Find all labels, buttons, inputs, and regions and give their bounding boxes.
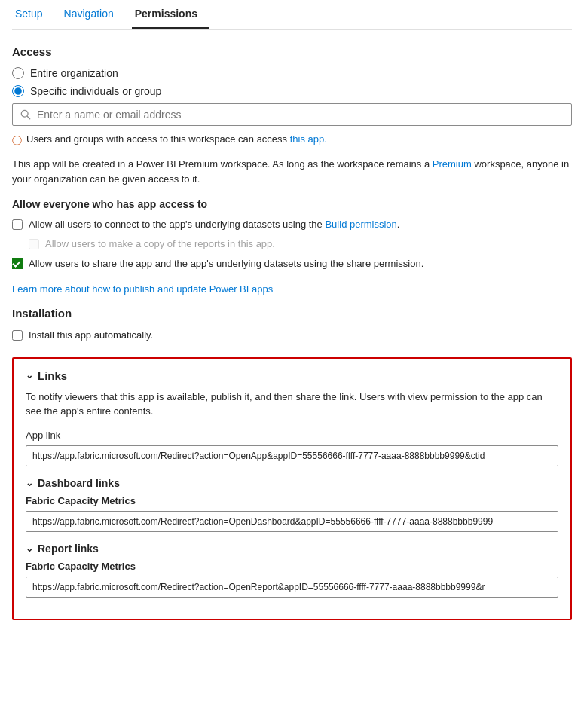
- dashboard-link-group-0: Fabric Capacity Metrics: [26, 495, 558, 532]
- report-links-heading: Report links: [38, 543, 99, 555]
- dashboard-links-heading: Dashboard links: [38, 477, 120, 489]
- allow-everyone-heading: Allow everyone who has app access to: [12, 198, 572, 210]
- radio-row-specific: Specific individuals or group: [12, 85, 572, 97]
- dashboard-chevron-icon: ⌄: [26, 478, 33, 488]
- checkbox-share-app[interactable]: [12, 258, 23, 269]
- report-link-group-0: Fabric Capacity Metrics: [26, 561, 558, 598]
- radio-specific-label: Specific individuals or group: [30, 85, 161, 97]
- info-row: ⓘ Users and groups with access to this w…: [12, 133, 572, 148]
- tab-navigation[interactable]: Navigation: [61, 0, 126, 29]
- search-input[interactable]: [37, 109, 564, 121]
- premium-link[interactable]: Premium: [433, 158, 472, 170]
- checkbox-row-copy: Allow users to make a copy of the report…: [29, 237, 572, 251]
- dashboard-item-name-0: Fabric Capacity Metrics: [26, 495, 558, 506]
- this-app-link[interactable]: this app.: [290, 133, 327, 145]
- tabs-bar: Setup Navigation Permissions: [12, 0, 572, 30]
- report-link-input-0[interactable]: [26, 577, 558, 598]
- chevron-down-icon: ⌄: [26, 370, 33, 381]
- radio-row-entire: Entire organization: [12, 67, 572, 79]
- learn-more-link[interactable]: Learn more about how to publish and upda…: [12, 283, 572, 295]
- radio-entire-label: Entire organization: [30, 67, 118, 79]
- report-item-name-0: Fabric Capacity Metrics: [26, 561, 558, 572]
- build-permission-link[interactable]: Build permission: [325, 219, 396, 230]
- radio-specific-group[interactable]: [12, 85, 24, 97]
- search-box[interactable]: [12, 103, 572, 126]
- tab-permissions[interactable]: Permissions: [132, 0, 209, 29]
- app-link-label: App link: [26, 430, 558, 441]
- installation-section: Installation Install this app automatica…: [12, 307, 572, 342]
- checkbox-row-install: Install this app automatically.: [12, 329, 572, 342]
- links-description: To notify viewers that this app is avail…: [26, 390, 558, 419]
- access-heading: Access: [12, 45, 572, 58]
- radio-entire-org[interactable]: [12, 67, 24, 79]
- report-chevron-icon: ⌄: [26, 543, 33, 554]
- search-icon: [20, 109, 31, 120]
- installation-heading: Installation: [12, 307, 572, 320]
- checkbox-share-label: Allow users to share the app and the app…: [29, 257, 423, 271]
- report-links-header: ⌄ Report links: [26, 543, 558, 555]
- checkbox-copy-label: Allow users to make a copy of the report…: [45, 237, 275, 251]
- links-section: ⌄ Links To notify viewers that this app …: [12, 357, 572, 620]
- tab-setup[interactable]: Setup: [12, 0, 55, 29]
- checkbox-row-share: Allow users to share the app and the app…: [12, 257, 572, 271]
- checkbox-build-label: Allow all users to connect to the app's …: [29, 218, 399, 231]
- checkbox-copy-reports[interactable]: [29, 239, 39, 249]
- svg-line-1: [27, 116, 30, 119]
- checkbox-install-label: Install this app automatically.: [29, 329, 153, 342]
- dashboard-link-input-0[interactable]: [26, 511, 558, 532]
- checkbox-row-build: Allow all users to connect to the app's …: [12, 218, 572, 231]
- links-heading: Links: [38, 369, 67, 382]
- info-text: Users and groups with access to this wor…: [26, 133, 327, 145]
- org-orange-text: organization: [60, 67, 118, 79]
- info-icon: ⓘ: [12, 134, 22, 148]
- premium-note: This app will be created in a Power BI P…: [12, 157, 572, 186]
- app-link-input[interactable]: [26, 445, 558, 466]
- checkbox-build-permission[interactable]: [12, 219, 23, 230]
- dashboard-links-header: ⌄ Dashboard links: [26, 477, 558, 489]
- checkbox-install-auto[interactable]: [12, 330, 23, 341]
- links-section-header: ⌄ Links: [26, 369, 558, 382]
- allow-everyone-section: Allow everyone who has app access to All…: [12, 198, 572, 271]
- app-link-group: App link: [26, 430, 558, 466]
- access-section: Access Entire organization Specific indi…: [12, 45, 572, 186]
- page-container: Setup Navigation Permissions Access Enti…: [0, 0, 584, 638]
